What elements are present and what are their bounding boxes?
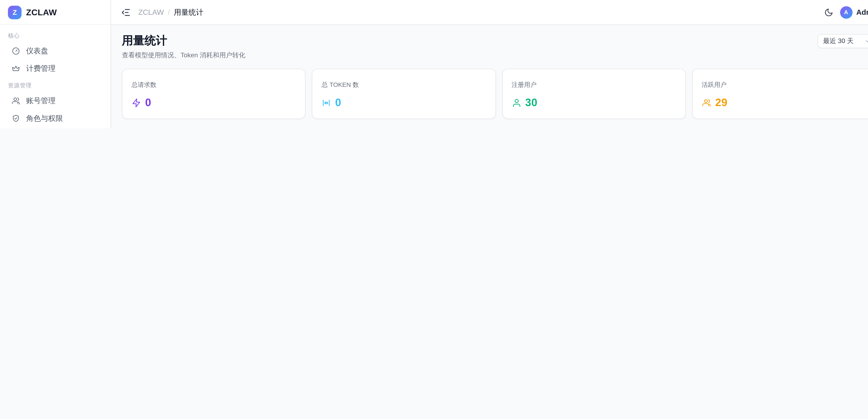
breadcrumb-separator: / bbox=[168, 8, 170, 17]
gauge-icon bbox=[11, 47, 20, 56]
brand-logo: Z bbox=[8, 5, 22, 19]
stat-label: 注册用户 bbox=[512, 81, 676, 89]
nav-section: 核心仪表盘计费管理 bbox=[7, 32, 104, 77]
stat-value: 30 bbox=[525, 96, 537, 109]
sidebar-collapse-icon[interactable] bbox=[121, 7, 131, 18]
sidebar-item-label: 角色与权限 bbox=[26, 113, 63, 124]
stat-card-user: 注册用户30 bbox=[502, 68, 686, 119]
users-icon bbox=[11, 96, 20, 106]
sidebar: Z ZCLAW 核心仪表盘计费管理资源管理账号管理角色与权限模型服务Agent … bbox=[0, 0, 111, 128]
breadcrumb-root[interactable]: ZCLAW bbox=[138, 8, 164, 17]
chevron-down-icon bbox=[865, 38, 868, 43]
breadcrumb-current: 用量统计 bbox=[174, 7, 203, 18]
stat-card-users: 活跃用户29 bbox=[692, 68, 868, 119]
date-range-select[interactable]: 最近 30 天 bbox=[817, 34, 868, 48]
stat-value: 0 bbox=[145, 96, 151, 109]
breadcrumb: ZCLAW / 用量统计 bbox=[138, 7, 203, 18]
sidebar-item-crown[interactable]: 计费管理 bbox=[7, 60, 104, 77]
user-icon bbox=[512, 98, 521, 108]
app-window: Z ZCLAW 核心仪表盘计费管理资源管理账号管理角色与权限模型服务Agent … bbox=[0, 0, 868, 128]
sidebar-item-users[interactable]: 账号管理 bbox=[7, 92, 104, 110]
stat-label: 总请求数 bbox=[132, 81, 296, 89]
crown-icon bbox=[11, 64, 20, 73]
token-icon bbox=[321, 98, 331, 108]
date-range-value: 最近 30 天 bbox=[823, 37, 854, 45]
brand-header[interactable]: Z ZCLAW bbox=[0, 0, 111, 25]
page-title: 用量统计 bbox=[122, 34, 245, 47]
avatar: A bbox=[840, 6, 852, 19]
sidebar-nav: 核心仪表盘计费管理资源管理账号管理角色与权限模型服务Agent 模板API 密钥… bbox=[0, 25, 111, 128]
stat-label: 总 TOKEN 数 bbox=[321, 81, 486, 89]
user-name: Admin bbox=[856, 8, 868, 17]
sidebar-item-label: 账号管理 bbox=[26, 96, 56, 106]
sidebar-item-label: 仪表盘 bbox=[26, 46, 48, 56]
stat-card-token: 总 TOKEN 数0 bbox=[312, 68, 496, 119]
stat-value: 0 bbox=[335, 96, 341, 109]
shield-check-icon bbox=[11, 114, 20, 123]
sidebar-item-gauge[interactable]: 仪表盘 bbox=[7, 42, 104, 60]
dark-mode-toggle-moon-icon[interactable] bbox=[824, 8, 833, 17]
topbar-right: A Admin bbox=[824, 6, 868, 19]
stat-label: 活跃用户 bbox=[702, 81, 866, 89]
nav-section-label: 核心 bbox=[8, 32, 102, 40]
topbar: ZCLAW / 用量统计 A Admin bbox=[111, 0, 868, 25]
stat-value: 29 bbox=[715, 96, 727, 109]
users-icon bbox=[702, 98, 711, 108]
brand-name: ZCLAW bbox=[26, 7, 57, 17]
user-menu[interactable]: A Admin bbox=[840, 6, 868, 19]
sidebar-item-cloud-server[interactable]: 模型服务 bbox=[7, 128, 104, 128]
nav-section-label: 资源管理 bbox=[8, 82, 102, 90]
page-header: 用量统计 查看模型使用情况、Token 消耗和用户转化 最近 30 天 bbox=[122, 34, 868, 60]
page-subtitle: 查看模型使用情况、Token 消耗和用户转化 bbox=[122, 51, 245, 60]
stats-row: 总请求数0总 TOKEN 数0注册用户30活跃用户29 bbox=[122, 68, 868, 119]
main-content: 用量统计 查看模型使用情况、Token 消耗和用户转化 最近 30 天 总请求数… bbox=[111, 25, 868, 128]
nav-section: 资源管理账号管理角色与权限模型服务Agent 模板API 密钥知识库行业配置 bbox=[7, 82, 104, 128]
bolt-icon bbox=[132, 98, 141, 108]
sidebar-item-label: 计费管理 bbox=[26, 64, 56, 74]
stat-card-bolt: 总请求数0 bbox=[122, 68, 306, 119]
sidebar-item-shield-check[interactable]: 角色与权限 bbox=[7, 110, 104, 127]
